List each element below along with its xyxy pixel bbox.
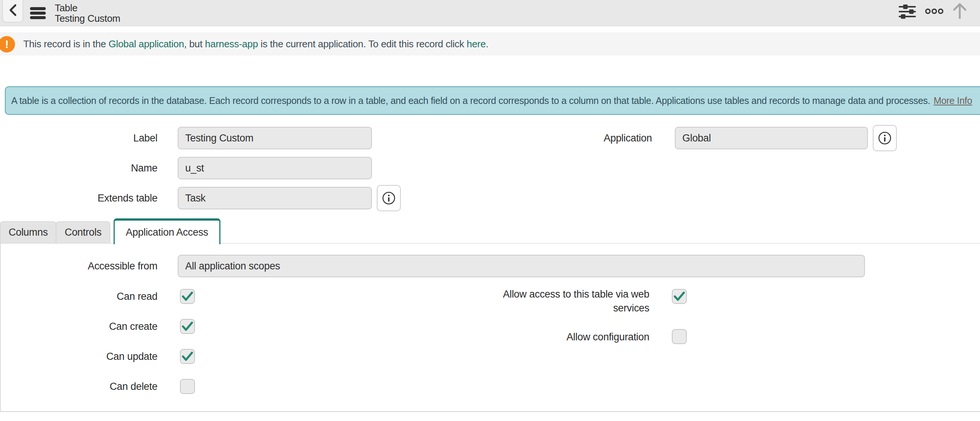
record-type-label: Table	[55, 3, 120, 13]
name-field-label: Name	[0, 162, 158, 174]
up-arrow-icon	[952, 2, 967, 19]
info-icon	[382, 191, 396, 205]
global-application-link[interactable]: Global application	[109, 38, 184, 49]
name-input[interactable]	[178, 157, 372, 179]
can-read-checkbox[interactable]	[180, 289, 195, 304]
record-name-label: Testing Custom	[55, 13, 120, 24]
back-button[interactable]	[2, 0, 23, 22]
perm-row-can-update: Can update	[0, 349, 195, 364]
label-field-label: Label	[0, 132, 158, 144]
checkmark-icon	[674, 292, 685, 301]
can-update-label: Can update	[0, 351, 158, 362]
header-bar: Table Testing Custom	[0, 0, 980, 26]
more-options-icon	[925, 8, 943, 15]
warning-message: This record is in the Global application…	[23, 38, 488, 50]
checkmark-icon	[182, 322, 193, 331]
label-input[interactable]	[178, 127, 372, 149]
web-services-checkbox[interactable]	[672, 289, 687, 304]
harness-app-link[interactable]: harness-app	[205, 38, 258, 49]
field-row-name: Name	[0, 157, 372, 179]
edit-here-link[interactable]: here	[467, 38, 486, 49]
more-options-button[interactable]	[924, 4, 944, 19]
checkmark-icon	[182, 352, 193, 361]
info-icon	[878, 131, 892, 145]
accessible-from-select[interactable]	[178, 255, 865, 277]
tab-application-access[interactable]: Application Access	[114, 218, 221, 244]
field-row-extends-table: Extends table	[0, 187, 401, 209]
table-record-page: Table Testing Custom	[0, 0, 980, 421]
tab-columns[interactable]: Columns	[0, 222, 56, 243]
can-delete-label: Can delete	[0, 381, 158, 392]
can-read-label: Can read	[0, 290, 158, 303]
sliders-icon	[899, 4, 916, 19]
application-info-button[interactable]	[873, 125, 897, 151]
tab-controls[interactable]: Controls	[56, 222, 110, 243]
table-description-banner: A table is a collection of records in th…	[5, 86, 980, 115]
chevron-left-icon	[9, 4, 17, 16]
warning-icon: !	[0, 36, 15, 53]
perm-row-can-delete: Can delete	[0, 379, 195, 394]
can-update-checkbox[interactable]	[180, 349, 195, 364]
checkmark-icon	[182, 292, 193, 301]
field-row-accessible-from: Accessible from	[0, 255, 865, 277]
can-delete-checkbox[interactable]	[180, 379, 195, 394]
banner-text: A table is a collection of records in th…	[11, 95, 930, 106]
form-tabs: Columns Controls Application Access	[0, 218, 980, 243]
cross-scope-warning-banner: ! This record is in the Global applicati…	[0, 32, 980, 56]
extends-table-field-label: Extends table	[0, 192, 158, 204]
accessible-from-field-label: Accessible from	[0, 260, 158, 272]
menu-icon[interactable]	[30, 7, 46, 19]
more-info-link[interactable]: More Info	[934, 95, 972, 106]
scroll-to-top-button[interactable]	[951, 2, 968, 20]
field-row-label: Label	[0, 127, 372, 149]
field-row-application: Application	[495, 127, 897, 149]
application-field-label: Application	[495, 132, 652, 144]
allow-configuration-label: Allow configuration	[492, 330, 649, 344]
extends-table-info-button[interactable]	[377, 185, 401, 211]
application-input[interactable]	[675, 127, 868, 149]
perm-row-can-read: Can read	[0, 289, 195, 304]
can-create-checkbox[interactable]	[180, 319, 195, 334]
web-services-label: Allow access to this table via web servi…	[492, 287, 649, 315]
can-create-label: Can create	[0, 321, 158, 332]
allow-configuration-checkbox[interactable]	[672, 329, 687, 344]
page-title: Table Testing Custom	[55, 3, 120, 24]
perm-row-can-create: Can create	[0, 319, 195, 334]
personalize-form-button[interactable]	[898, 4, 916, 19]
extends-table-input[interactable]	[178, 187, 372, 209]
